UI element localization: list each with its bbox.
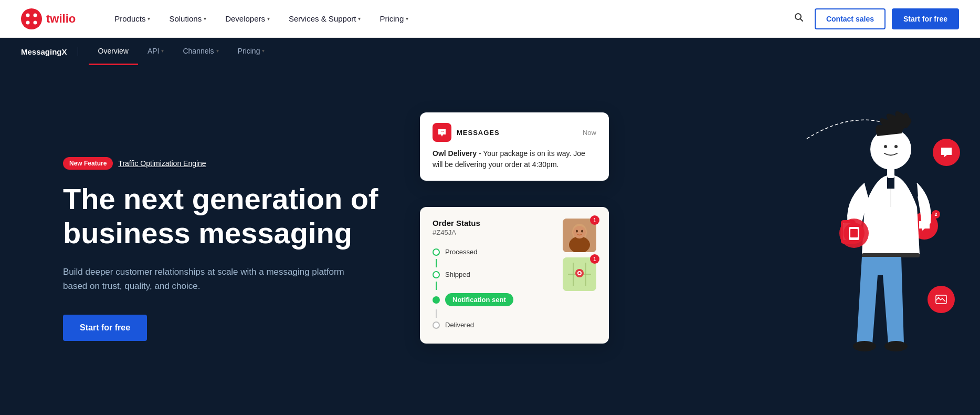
- chevron-down-icon: ▾: [267, 16, 270, 22]
- svg-text:→: →: [440, 129, 445, 134]
- svg-point-33: [853, 341, 876, 351]
- timeline-label-processed: Processed: [445, 248, 477, 256]
- timeline-connector-1: [436, 259, 437, 267]
- subnav-product-name: MessagingX: [21, 47, 78, 56]
- svg-point-13: [576, 230, 578, 233]
- svg-point-12: [573, 226, 586, 238]
- new-feature-badge: New Feature Traffic Optimization Engine: [63, 157, 206, 170]
- timeline-dot-processed: [433, 248, 440, 256]
- chevron-down-icon: ▾: [358, 16, 361, 22]
- logo-text: twilio: [46, 12, 76, 26]
- order-map-wrap: 1: [563, 257, 596, 291]
- messages-icon: →: [433, 123, 451, 142]
- timeline-item-delivered: Delivered: [433, 318, 554, 332]
- svg-point-34: [884, 341, 908, 351]
- chevron-down-icon: ▾: [147, 16, 150, 22]
- svg-rect-32: [862, 253, 920, 257]
- new-feature-pill: New Feature: [63, 157, 113, 170]
- hero-right: → MESSAGES Now Owl Delivery - Your packa…: [409, 97, 938, 401]
- timeline-dot-delivered: [433, 321, 440, 329]
- nav-products[interactable]: Products ▾: [107, 10, 157, 27]
- svg-point-0: [21, 8, 42, 29]
- order-avatar-wrap: 1: [563, 219, 596, 252]
- svg-marker-7: [441, 134, 443, 137]
- svg-point-28: [884, 145, 887, 148]
- feature-link[interactable]: Traffic Optimization Engine: [118, 159, 206, 168]
- svg-point-29: [894, 145, 898, 148]
- search-button[interactable]: [789, 8, 808, 29]
- svg-rect-40: [850, 229, 858, 237]
- svg-point-27: [871, 129, 911, 169]
- logo[interactable]: twilio: [21, 8, 76, 29]
- timeline-label-delivered: Delivered: [445, 321, 474, 329]
- sub-nav: MessagingX Overview API ▾ Channels ▾ Pri…: [0, 38, 980, 65]
- hero-subtitle: Build deeper customer relationships at s…: [63, 265, 367, 293]
- order-title: Order Status: [433, 219, 554, 227]
- msg-time: Now: [583, 129, 596, 137]
- subnav-api[interactable]: API ▾: [138, 38, 174, 65]
- chevron-down-icon: ▾: [161, 48, 164, 54]
- timeline-item-processed: Processed: [433, 245, 554, 259]
- hero-title: The next generation of business messagin…: [63, 182, 409, 250]
- timeline-item-notification: Notification sent: [433, 290, 554, 309]
- svg-line-6: [800, 19, 803, 22]
- msg-body: Owl Delivery - Your package is on its wa…: [433, 148, 596, 170]
- nav-developers[interactable]: Developers ▾: [218, 10, 277, 27]
- subnav-overview[interactable]: Overview: [89, 38, 138, 65]
- timeline-label-shipped: Shipped: [445, 271, 470, 278]
- svg-point-21: [578, 272, 581, 274]
- svg-point-4: [34, 20, 37, 24]
- order-status-card: Order Status #Z45JA Processed Shipped: [420, 207, 609, 344]
- person-illustration: [791, 107, 970, 412]
- order-left: Order Status #Z45JA Processed Shipped: [433, 219, 554, 332]
- timeline-connector-2: [436, 282, 437, 290]
- map-badge: 1: [590, 254, 599, 264]
- msg-card-header: → MESSAGES Now: [433, 123, 596, 142]
- start-for-free-button[interactable]: Start for free: [892, 8, 959, 29]
- avatar-badge: 1: [590, 215, 599, 225]
- timeline-connector-3: [436, 309, 437, 318]
- hero-left: New Feature Traffic Optimization Engine …: [63, 157, 409, 340]
- svg-point-1: [26, 13, 30, 17]
- timeline-label-notification: Notification sent: [445, 293, 513, 306]
- order-id: #Z45JA: [433, 229, 554, 236]
- nav-services-support[interactable]: Services & Support ▾: [281, 10, 368, 27]
- svg-point-14: [581, 230, 583, 233]
- chevron-down-icon: ▾: [204, 16, 206, 22]
- nav-actions: Contact sales Start for free: [789, 8, 959, 29]
- contact-sales-button[interactable]: Contact sales: [815, 8, 886, 29]
- order-right: 1: [563, 219, 596, 332]
- chevron-down-icon: ▾: [262, 48, 265, 54]
- svg-point-3: [26, 20, 30, 24]
- timeline-dot-notification: [433, 296, 440, 304]
- chevron-down-icon: ▾: [406, 16, 408, 22]
- msg-sender: Owl Delivery: [433, 149, 477, 158]
- timeline-dot-shipped: [433, 271, 440, 278]
- svg-point-2: [34, 13, 37, 17]
- subnav-pricing[interactable]: Pricing ▾: [228, 38, 275, 65]
- chevron-down-icon: ▾: [216, 48, 219, 54]
- nav-solutions[interactable]: Solutions ▾: [162, 10, 214, 27]
- main-nav: Products ▾ Solutions ▾ Developers ▾ Serv…: [107, 10, 789, 27]
- timeline-item-shipped: Shipped: [433, 267, 554, 282]
- subnav-channels[interactable]: Channels ▾: [173, 38, 228, 65]
- order-timeline: Processed Shipped Notification sent: [433, 245, 554, 332]
- messages-card: → MESSAGES Now Owl Delivery - Your packa…: [420, 112, 609, 181]
- msg-icon-wrap: → MESSAGES: [433, 123, 500, 142]
- top-nav: twilio Products ▾ Solutions ▾ Developers…: [0, 0, 980, 38]
- hero-cta-button[interactable]: Start for free: [63, 315, 147, 341]
- hero-section: New Feature Traffic Optimization Engine …: [0, 65, 980, 415]
- nav-pricing[interactable]: Pricing ▾: [372, 10, 416, 27]
- svg-rect-30: [887, 168, 894, 178]
- msg-title: MESSAGES: [457, 129, 500, 137]
- order-card-inner: Order Status #Z45JA Processed Shipped: [433, 219, 596, 332]
